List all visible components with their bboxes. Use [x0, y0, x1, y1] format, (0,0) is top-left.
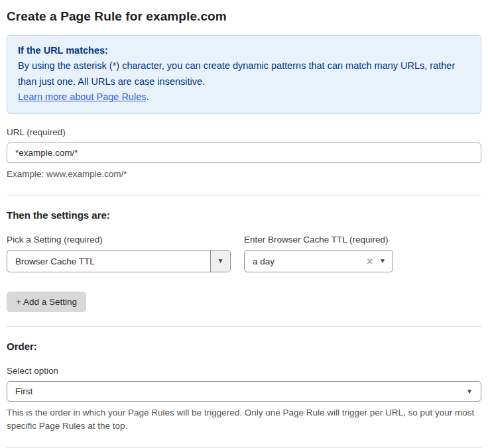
ttl-setting-group: Enter Browser Cache TTL (required) a day… [244, 235, 393, 272]
chevron-down-icon: ▼ [466, 388, 473, 395]
pick-setting-dropdown-button[interactable]: ▼ [210, 251, 230, 272]
add-setting-button[interactable]: + Add a Setting [7, 292, 86, 312]
info-box-heading: If the URL matches: [18, 43, 470, 58]
url-field-group: URL (required) Example: www.example.com/… [7, 127, 481, 181]
url-matches-info-box: If the URL matches: By using the asteris… [7, 35, 481, 114]
settings-section-heading: Then the settings are: [7, 209, 481, 221]
pick-setting-label: Pick a Setting (required) [7, 235, 231, 245]
add-setting-wrap: + Add a Setting [7, 292, 481, 312]
chevron-down-icon: ▼ [379, 258, 386, 264]
divider [7, 195, 481, 196]
ttl-combobox[interactable]: a day ✕ ▼ [244, 250, 393, 272]
link-suffix: . [146, 91, 149, 102]
order-selected-value: First [15, 386, 466, 396]
info-box-body: By using the asterisk (*) character, you… [18, 58, 470, 105]
ttl-selected-value: a day [253, 256, 360, 266]
settings-row: Pick a Setting (required) Browser Cache … [7, 235, 481, 272]
url-field-label: URL (required) [7, 127, 481, 137]
info-box-body-text: By using the asterisk (*) character, you… [18, 60, 455, 86]
order-help-text: This is the order in which your Page Rul… [7, 406, 481, 433]
clear-icon[interactable]: ✕ [360, 256, 379, 266]
pick-setting-group: Pick a Setting (required) Browser Cache … [7, 235, 231, 272]
ttl-setting-label: Enter Browser Cache TTL (required) [244, 235, 393, 245]
url-example-text: Example: www.example.com/* [7, 168, 481, 181]
chevron-down-icon: ▼ [217, 258, 224, 264]
pick-setting-select[interactable]: Browser Cache TTL ▼ [7, 250, 231, 272]
pick-setting-value: Browser Cache TTL [7, 251, 210, 272]
order-select[interactable]: First ▼ [7, 381, 481, 402]
divider [7, 326, 481, 327]
page-title: Create a Page Rule for example.com [7, 9, 481, 24]
learn-more-link[interactable]: Learn more about Page Rules [18, 91, 146, 102]
url-input[interactable] [7, 142, 481, 163]
order-select-group: Select option First ▼ This is the order … [7, 366, 481, 433]
order-section-heading: Order: [7, 341, 481, 352]
order-select-label: Select option [7, 366, 481, 376]
